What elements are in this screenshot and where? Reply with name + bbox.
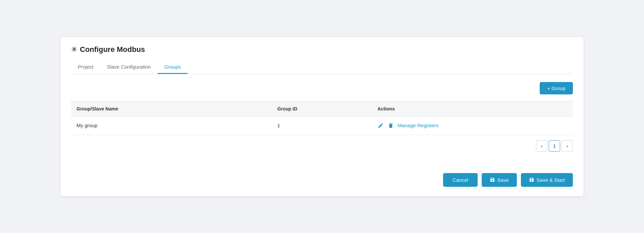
page-title: Configure Modbus <box>80 45 145 54</box>
modbus-icon: ✳ <box>71 45 77 54</box>
card-footer: Cancel Save Save & Start <box>60 168 584 196</box>
pagination: ‹ 1 › <box>71 140 573 152</box>
save-button[interactable]: Save <box>482 173 517 187</box>
col-header-actions: Actions <box>372 101 573 116</box>
toolbar: + Group <box>71 82 573 94</box>
group-id-cell: 1 <box>272 116 372 135</box>
table-row: My group 1 <box>71 116 573 135</box>
tabs-nav: Project Slave Configuration Groups <box>71 61 573 74</box>
actions-cell: Manage Registers <box>372 116 573 135</box>
group-name-cell: My group <box>71 116 272 135</box>
table-header-row: Group/Slave Name Group ID Actions <box>71 101 573 116</box>
save-start-button[interactable]: Save & Start <box>521 173 573 187</box>
current-page-button[interactable]: 1 <box>549 140 560 152</box>
col-header-name: Group/Slave Name <box>71 101 272 116</box>
save-label: Save <box>497 177 509 183</box>
save-start-icon <box>529 177 534 182</box>
cancel-button[interactable]: Cancel <box>443 173 478 187</box>
col-header-group-id: Group ID <box>272 101 372 116</box>
tab-slave-configuration[interactable]: Slave Configuration <box>100 61 158 74</box>
groups-table: Group/Slave Name Group ID Actions My gro… <box>71 101 573 135</box>
add-group-button[interactable]: + Group <box>540 82 573 94</box>
next-page-button[interactable]: › <box>561 140 573 152</box>
card-body: + Group Group/Slave Name Group ID Action… <box>60 74 584 168</box>
delete-icon[interactable] <box>388 123 394 129</box>
page-title-row: ✳ Configure Modbus <box>71 45 573 54</box>
tab-project[interactable]: Project <box>71 61 100 74</box>
card-header: ✳ Configure Modbus Project Slave Configu… <box>60 37 584 74</box>
save-icon <box>490 177 495 182</box>
save-start-label: Save & Start <box>537 177 565 183</box>
prev-page-button[interactable]: ‹ <box>536 140 547 152</box>
configure-modbus-card: ✳ Configure Modbus Project Slave Configu… <box>60 37 584 196</box>
manage-registers-link[interactable]: Manage Registers <box>398 123 439 128</box>
actions-container: Manage Registers <box>378 123 568 129</box>
tab-groups[interactable]: Groups <box>158 61 187 74</box>
edit-icon[interactable] <box>378 123 384 129</box>
